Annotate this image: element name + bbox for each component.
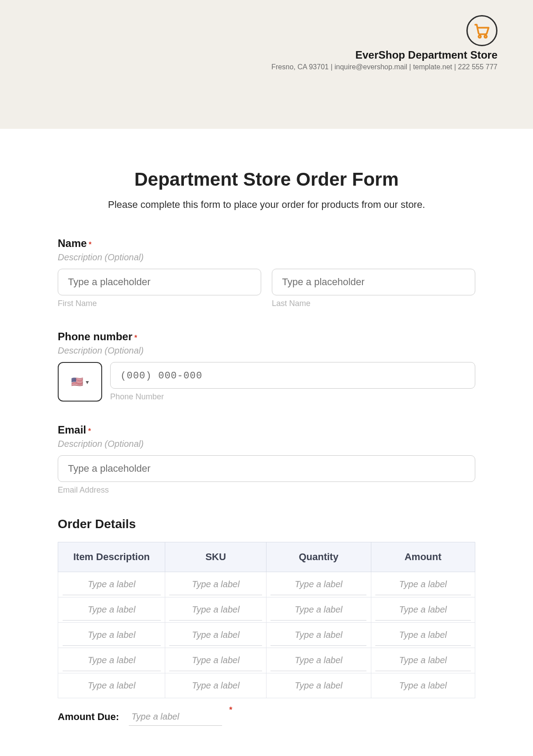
email-description: Description (Optional): [58, 439, 475, 449]
table-cell: [266, 597, 371, 623]
company-meta: Fresno, CA 93701 | inquire@evershop.mail…: [271, 63, 497, 71]
table-cell-input[interactable]: [169, 650, 262, 671]
table-cell: [165, 623, 266, 648]
table-row: [58, 597, 475, 623]
table-cell: [371, 597, 475, 623]
email-sublabel: Email Address: [58, 485, 475, 495]
table-cell-input[interactable]: [375, 599, 471, 621]
required-mark: *: [229, 705, 232, 715]
country-code-select[interactable]: 🇺🇸 ▾: [58, 362, 102, 402]
col-item-description: Item Description: [58, 542, 165, 572]
amount-due-label: Amount Due:: [58, 711, 119, 723]
table-cell-input[interactable]: [270, 574, 366, 595]
table-cell: [266, 673, 371, 698]
table-row: [58, 572, 475, 597]
name-field: Name * Description (Optional) First Name…: [58, 237, 475, 308]
svg-point-0: [478, 36, 481, 38]
last-name-sublabel: Last Name: [272, 299, 475, 308]
required-mark: *: [88, 427, 91, 435]
table-cell: [266, 572, 371, 597]
table-cell-input[interactable]: [169, 675, 262, 696]
table-cell-input[interactable]: [63, 650, 161, 671]
col-amount: Amount: [371, 542, 475, 572]
col-sku: SKU: [165, 542, 266, 572]
last-name-input[interactable]: [272, 269, 475, 295]
table-cell: [165, 673, 266, 698]
required-mark: *: [89, 241, 91, 248]
table-cell-input[interactable]: [375, 625, 471, 646]
table-cell-input[interactable]: [63, 599, 161, 621]
email-label: Email: [58, 424, 86, 436]
brand-block: EverShop Department Store Fresno, CA 937…: [271, 15, 497, 71]
table-cell-input[interactable]: [63, 675, 161, 696]
table-cell: [266, 648, 371, 673]
table-cell-input[interactable]: [270, 599, 366, 621]
col-quantity: Quantity: [266, 542, 371, 572]
table-cell-input[interactable]: [270, 650, 366, 671]
table-cell: [371, 623, 475, 648]
name-description: Description (Optional): [58, 252, 475, 263]
first-name-sublabel: First Name: [58, 299, 261, 308]
page-subtitle: Please complete this form to place your …: [58, 199, 475, 211]
table-cell: [165, 572, 266, 597]
table-row: [58, 648, 475, 673]
table-cell-input[interactable]: [375, 574, 471, 595]
table-cell-input[interactable]: [169, 574, 262, 595]
phone-field: Phone number * Description (Optional) 🇺🇸…: [58, 330, 475, 402]
form-container: Department Store Order Form Please compl…: [0, 129, 533, 726]
chevron-down-icon: ▾: [86, 378, 89, 386]
table-cell: [266, 623, 371, 648]
table-cell: [165, 597, 266, 623]
name-label: Name: [58, 237, 87, 249]
table-cell: [371, 648, 475, 673]
table-cell-input[interactable]: [169, 599, 262, 621]
table-cell: [371, 572, 475, 597]
table-cell: [58, 673, 165, 698]
table-cell: [165, 648, 266, 673]
table-row: [58, 623, 475, 648]
page-title: Department Store Order Form: [58, 169, 475, 190]
phone-label: Phone number: [58, 330, 132, 342]
order-table: Item Description SKU Quantity Amount: [58, 542, 475, 698]
table-cell-input[interactable]: [270, 675, 366, 696]
order-table-body: [58, 572, 475, 698]
email-input[interactable]: [58, 455, 475, 482]
flag-icon: 🇺🇸: [71, 376, 83, 388]
first-name-input[interactable]: [58, 269, 261, 295]
header-banner: EverShop Department Store Fresno, CA 937…: [0, 0, 533, 129]
company-name: EverShop Department Store: [271, 49, 497, 61]
table-cell-input[interactable]: [169, 625, 262, 646]
table-cell: [58, 572, 165, 597]
svg-point-1: [485, 36, 487, 38]
table-cell-input[interactable]: [63, 625, 161, 646]
required-mark: *: [134, 334, 137, 342]
table-row: [58, 673, 475, 698]
phone-sublabel: Phone Number: [110, 392, 475, 402]
cart-logo-icon: [466, 15, 497, 46]
table-cell-input[interactable]: [375, 675, 471, 696]
amount-due-row: Amount Due: *: [58, 708, 475, 726]
amount-due-input[interactable]: [129, 708, 222, 726]
table-cell: [58, 597, 165, 623]
table-cell: [58, 623, 165, 648]
phone-description: Description (Optional): [58, 346, 475, 356]
table-cell: [58, 648, 165, 673]
email-field: Email * Description (Optional) Email Add…: [58, 424, 475, 495]
table-cell-input[interactable]: [375, 650, 471, 671]
table-cell-input[interactable]: [63, 574, 161, 595]
phone-input[interactable]: [110, 362, 475, 389]
table-cell: [371, 673, 475, 698]
order-details-heading: Order Details: [58, 517, 475, 531]
table-cell-input[interactable]: [270, 625, 366, 646]
